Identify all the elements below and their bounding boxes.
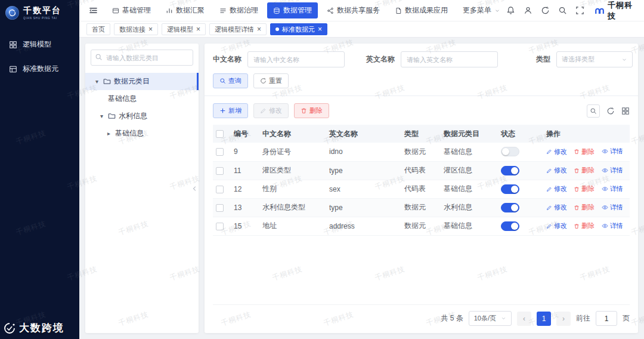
cell-en-name: type: [326, 198, 401, 217]
edit-button[interactable]: 修改: [253, 103, 289, 118]
row-edit-link[interactable]: 修改: [546, 166, 567, 175]
nav-item-data-management[interactable]: 数据管理: [267, 2, 318, 19]
cell-id: 12: [231, 180, 259, 198]
nav-item-basic-management[interactable]: 基础管理: [106, 2, 157, 19]
row-detail-link[interactable]: 详情: [602, 147, 623, 156]
data-element-table: 编号 中文名称 英文名称 类型 数据元类目 状态 操作 9: [213, 125, 630, 236]
tree-node-root[interactable]: ▾ 数据元类目: [85, 73, 199, 90]
row-detail-link[interactable]: 详情: [602, 203, 623, 212]
row-delete-link[interactable]: 删除: [574, 184, 595, 193]
close-icon[interactable]: ×: [318, 26, 322, 33]
nav-item-label: 数据管理: [283, 5, 312, 16]
sidebar-item-standard-data-element[interactable]: 标准数据元: [0, 57, 79, 81]
page-button-1[interactable]: 1: [537, 312, 551, 326]
tree-node-basic-info-sub[interactable]: ▸ 基础信息: [85, 125, 199, 142]
close-icon[interactable]: ×: [196, 26, 200, 33]
row-detail-link[interactable]: 详情: [602, 184, 623, 193]
edit-icon: [260, 107, 267, 114]
row-detail-link[interactable]: 详情: [602, 221, 623, 230]
row-edit-link[interactable]: 修改: [546, 184, 567, 193]
nav-item-data-sharing-service[interactable]: 数据共享服务: [321, 2, 386, 19]
caret-down-icon[interactable]: ▾: [98, 113, 105, 119]
row-delete-link[interactable]: 删除: [574, 147, 595, 156]
col-header-cn-name: 中文名称: [259, 125, 326, 143]
trash-icon: [574, 186, 580, 192]
nav-item-data-achievement-application[interactable]: 数据成果应用: [389, 2, 454, 19]
nav-item-label: 数据成果应用: [405, 5, 448, 16]
tab-standard-data-element[interactable]: 标准数据元 ×: [270, 23, 327, 35]
reset-button[interactable]: 重置: [253, 73, 289, 88]
row-delete-link[interactable]: 删除: [574, 203, 595, 212]
company-brand: 千桐科技: [595, 0, 636, 21]
status-toggle[interactable]: [501, 221, 519, 231]
status-toggle[interactable]: [501, 147, 519, 156]
bell-icon[interactable]: [506, 6, 515, 15]
cell-cn-name: 性别: [259, 180, 326, 198]
search-icon[interactable]: [558, 6, 567, 15]
filter-form: 中文名称 英文名称 类型 请选择类型: [213, 51, 630, 67]
add-button[interactable]: 新增: [213, 103, 248, 118]
tab-logic-model[interactable]: 逻辑模型 ×: [162, 23, 206, 35]
prev-page-button[interactable]: ‹: [517, 312, 531, 326]
delete-button[interactable]: 删除: [294, 103, 329, 118]
table-refresh-icon[interactable]: [606, 107, 615, 115]
row-edit-link[interactable]: 修改: [546, 221, 567, 230]
nav-item-data-governance[interactable]: 数据治理: [213, 2, 264, 19]
delete-button-label: 删除: [309, 106, 323, 115]
panel-collapse-handle[interactable]: [191, 185, 198, 192]
edit-icon: [546, 223, 552, 229]
cell-en-name: type: [326, 161, 401, 180]
en-name-label: 英文名称: [366, 54, 395, 64]
row-edit-link[interactable]: 修改: [546, 147, 567, 156]
table-row: 9 身份证号 idno 数据元 基础信息 修改 删除 详情: [213, 143, 630, 161]
row-delete-link[interactable]: 删除: [574, 166, 595, 175]
status-toggle[interactable]: [501, 203, 519, 212]
cn-name-input[interactable]: [247, 51, 345, 67]
row-checkbox[interactable]: [216, 223, 224, 230]
goto-page-input[interactable]: [596, 311, 617, 326]
select-all-checkbox[interactable]: [216, 130, 224, 138]
type-select[interactable]: 请选择类型: [556, 51, 633, 67]
fullscreen-icon[interactable]: [575, 6, 584, 15]
tree-node-basic-info[interactable]: 基础信息: [85, 90, 199, 107]
tab-data-connection[interactable]: 数据连接 ×: [114, 23, 158, 35]
sync-icon[interactable]: [541, 6, 550, 15]
sidebar-item-logic-model[interactable]: 逻辑模型: [0, 32, 79, 57]
nav-item-data-aggregation[interactable]: 数据汇聚: [160, 2, 210, 19]
caret-right-icon[interactable]: ▸: [106, 131, 112, 137]
eye-icon: [602, 148, 608, 155]
query-button[interactable]: 查询: [213, 73, 248, 88]
row-checkbox[interactable]: [216, 186, 224, 193]
row-detail-link[interactable]: 详情: [602, 166, 623, 175]
en-name-input[interactable]: [401, 51, 498, 67]
page-size-select[interactable]: 10条/页: [469, 311, 512, 326]
nav-item-more-menu[interactable]: 更多菜单: [457, 2, 506, 19]
status-toggle[interactable]: [501, 166, 519, 175]
row-edit-link[interactable]: 修改: [546, 203, 567, 212]
data-element-panel: 中文名称 英文名称 类型 请选择类型: [205, 44, 638, 333]
table-row: 15 地址 address 数据元 基础信息 修改 删除 详情: [213, 217, 630, 235]
database-icon: [273, 7, 280, 14]
page-content: ▾ 数据元类目 基础信息 ▾ 水利信息 ▸ 基础信息: [79, 38, 644, 339]
tree-node-water-info[interactable]: ▾ 水利信息: [85, 107, 199, 125]
tree-search-input[interactable]: [91, 50, 193, 66]
caret-down-icon[interactable]: ▾: [94, 79, 100, 85]
nav-item-label: 基础管理: [122, 5, 151, 16]
grid-icon: [9, 41, 17, 49]
row-checkbox[interactable]: [216, 204, 224, 212]
column-settings-icon[interactable]: [621, 107, 630, 115]
tab-home[interactable]: 首页: [86, 23, 110, 35]
table-search-icon[interactable]: [587, 104, 600, 118]
nav-item-label: 数据汇聚: [176, 5, 205, 16]
row-checkbox[interactable]: [216, 148, 224, 156]
close-icon[interactable]: ×: [148, 26, 153, 33]
collapse-menu-icon[interactable]: [86, 4, 100, 17]
next-page-button[interactable]: ›: [556, 312, 571, 326]
status-toggle[interactable]: [501, 184, 519, 194]
tab-logic-model-detail[interactable]: 逻辑模型详情 ×: [209, 23, 267, 35]
row-checkbox[interactable]: [216, 167, 224, 175]
platform-subtitle: QIAN SHU PING TAI: [23, 17, 57, 20]
row-delete-link[interactable]: 删除: [574, 221, 595, 230]
close-icon[interactable]: ×: [257, 26, 261, 33]
user-icon[interactable]: [524, 6, 532, 15]
